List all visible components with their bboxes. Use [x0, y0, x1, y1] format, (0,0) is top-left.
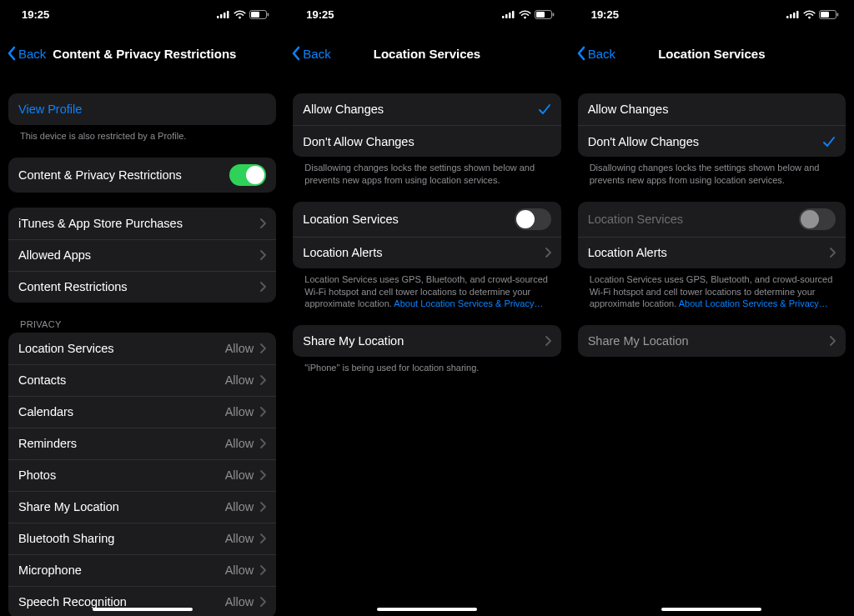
chevron-right-icon: [545, 248, 551, 258]
status-time: 19:25: [591, 8, 619, 21]
chevron-left-icon: [576, 46, 586, 61]
row-allow-changes[interactable]: Allow Changes: [578, 93, 846, 125]
svg-rect-17: [796, 11, 799, 18]
row-value: Allow: [225, 468, 254, 482]
share-footer: "iPhone" is being used for location shar…: [293, 357, 560, 374]
privacy-row[interactable]: Speech RecognitionAllow: [8, 586, 276, 616]
status-indicators: [786, 10, 839, 19]
group-profile: View Profile: [8, 93, 276, 125]
privacy-row[interactable]: ContactsAllow: [8, 364, 276, 396]
cpr-toggle[interactable]: [229, 164, 266, 186]
privacy-row[interactable]: PhotosAllow: [8, 459, 276, 491]
chevron-right-icon: [260, 250, 266, 260]
row-allowed-apps[interactable]: Allowed Apps: [8, 239, 276, 271]
row-content-restrictions[interactable]: Content Restrictions: [8, 271, 276, 303]
ls-footer: Location Services uses GPS, Bluetooth, a…: [578, 268, 846, 311]
svg-rect-5: [251, 12, 259, 18]
row-label: Share My Location: [303, 334, 404, 348]
chevron-right-icon: [260, 282, 266, 292]
row-location-alerts[interactable]: Location Alerts: [578, 237, 846, 268]
status-bar: 19:25: [0, 7, 284, 22]
row-label: Photos: [18, 468, 56, 482]
svg-rect-2: [224, 13, 226, 18]
chevron-right-icon: [830, 248, 836, 258]
back-button[interactable]: Back: [7, 46, 46, 61]
row-label: Allow Changes: [588, 103, 669, 116]
row-share-my-location: Share My Location: [578, 325, 846, 357]
cpr-toggle-row[interactable]: Content & Privacy Restrictions: [8, 158, 276, 193]
row-allow-changes[interactable]: Allow Changes: [293, 93, 560, 125]
row-dont-allow-changes[interactable]: Don't Allow Changes: [578, 125, 846, 157]
status-bar: 19:25: [570, 7, 854, 22]
row-label: Content Restrictions: [18, 280, 128, 293]
back-button[interactable]: Back: [576, 46, 615, 61]
chevron-right-icon: [260, 375, 266, 385]
group-changes: Allow Changes Don't Allow Changes: [293, 93, 560, 157]
privacy-row[interactable]: CalendarsAllow: [8, 396, 276, 428]
back-button[interactable]: Back: [291, 46, 330, 61]
privacy-row[interactable]: Location ServicesAllow: [8, 333, 276, 364]
row-location-alerts[interactable]: Location Alerts: [293, 237, 560, 268]
checkmark-icon: [538, 103, 551, 116]
status-bar: 19:25: [284, 7, 569, 22]
row-value: Allow: [225, 500, 254, 513]
row-label: Share My Location: [18, 500, 119, 513]
page-title: Content & Privacy Restrictions: [53, 47, 236, 61]
privacy-header: Privacy: [8, 303, 276, 333]
row-dont-allow-changes[interactable]: Don't Allow Changes: [293, 125, 560, 157]
chevron-right-icon: [260, 218, 266, 228]
home-indicator[interactable]: [661, 608, 761, 611]
row-location-services-toggle[interactable]: Location Services: [293, 202, 560, 237]
battery-icon: [249, 10, 269, 19]
view-profile-row[interactable]: View Profile: [8, 93, 276, 125]
row-label: Microphone: [18, 563, 82, 577]
row-label: iTunes & App Store Purchases: [18, 217, 183, 230]
location-services-toggle: [799, 208, 836, 230]
row-share-my-location[interactable]: Share My Location: [293, 325, 560, 357]
phone-location-allow: 19:25 Back Location Services Allow Chang…: [284, 0, 569, 616]
chevron-right-icon: [260, 470, 266, 480]
chevron-right-icon: [260, 502, 266, 512]
row-value: Allow: [225, 405, 254, 418]
chevron-right-icon: [260, 597, 266, 607]
privacy-row[interactable]: MicrophoneAllow: [8, 554, 276, 586]
nav-bar: Back Location Services: [284, 35, 569, 72]
privacy-row[interactable]: RemindersAllow: [8, 428, 276, 459]
status-indicators: [502, 10, 555, 19]
row-itunes-purchases[interactable]: iTunes & App Store Purchases: [8, 208, 276, 239]
signal-icon: [786, 10, 800, 18]
row-label: Don't Allow Changes: [588, 135, 699, 148]
svg-rect-14: [786, 16, 789, 18]
content-scroll[interactable]: Allow Changes Don't Allow Changes Disall…: [570, 72, 854, 616]
back-label: Back: [18, 47, 46, 61]
location-services-toggle[interactable]: [515, 208, 551, 230]
privacy-row[interactable]: Share My LocationAllow: [8, 491, 276, 523]
home-indicator[interactable]: [93, 608, 193, 611]
signal-icon: [502, 10, 515, 18]
nav-bar: Back Content & Privacy Restrictions: [0, 35, 284, 72]
home-indicator[interactable]: [377, 608, 477, 611]
status-indicators: [217, 10, 269, 19]
checkmark-icon: [822, 135, 836, 148]
ls-privacy-link[interactable]: About Location Services & Privacy…: [679, 298, 828, 308]
content-scroll[interactable]: Allow Changes Don't Allow Changes Disall…: [284, 72, 569, 616]
phone-content-privacy: 19:25 Back Content & Privacy Restriction…: [0, 0, 284, 616]
row-value: Allow: [225, 563, 254, 577]
privacy-row[interactable]: Bluetooth SharingAllow: [8, 523, 276, 554]
svg-rect-9: [509, 13, 511, 18]
chevron-left-icon: [7, 46, 17, 61]
group-cpr-toggle: Content & Privacy Restrictions: [8, 158, 276, 193]
view-profile-label: View Profile: [18, 103, 82, 116]
row-label: Location Services: [18, 342, 113, 355]
chevron-right-icon: [260, 343, 266, 353]
back-label: Back: [303, 47, 330, 61]
status-time: 19:25: [306, 8, 334, 21]
content-scroll[interactable]: View Profile This device is also restric…: [0, 72, 284, 616]
row-label: Allowed Apps: [18, 248, 91, 262]
row-label: Don't Allow Changes: [303, 135, 414, 148]
profile-footer: This device is also restricted by a Prof…: [8, 125, 276, 143]
row-location-services-toggle: Location Services: [578, 202, 846, 237]
ls-privacy-link[interactable]: About Location Services & Privacy…: [394, 298, 543, 308]
row-label: Allow Changes: [303, 103, 384, 116]
row-value: Allow: [225, 532, 254, 545]
